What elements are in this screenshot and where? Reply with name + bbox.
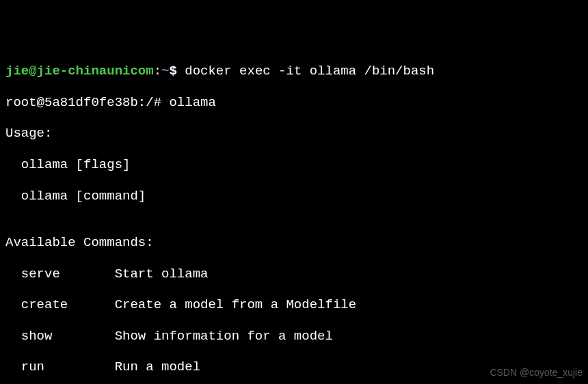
usage-header: Usage: [5, 126, 583, 141]
user-host: jie@jie-chinaunicom [5, 64, 154, 79]
dollar-sign: $ [169, 64, 176, 79]
command-create: create Create a model from a Modelfile [5, 297, 583, 313]
commands-header: Available Commands: [5, 235, 583, 251]
command-show: show Show information for a model [5, 329, 583, 344]
ollama-command: ollama [161, 95, 216, 110]
path: ~ [161, 64, 169, 79]
command-serve: serve Start ollama [5, 266, 583, 282]
usage-line-2: ollama [command] [5, 189, 583, 204]
command-text: docker exec -it ollama /bin/bash [177, 64, 434, 79]
prompt-line-1[interactable]: jie@jie-chinaunicom:~$ docker exec -it o… [5, 64, 583, 79]
colon: : [154, 64, 161, 79]
watermark: CSDN @coyote_xujie [490, 367, 583, 379]
root-prompt: root@5a81df0fe38b:/# [5, 95, 161, 110]
prompt-line-2[interactable]: root@5a81df0fe38b:/# ollama [5, 95, 583, 111]
usage-line-1: ollama [flags] [5, 157, 583, 173]
